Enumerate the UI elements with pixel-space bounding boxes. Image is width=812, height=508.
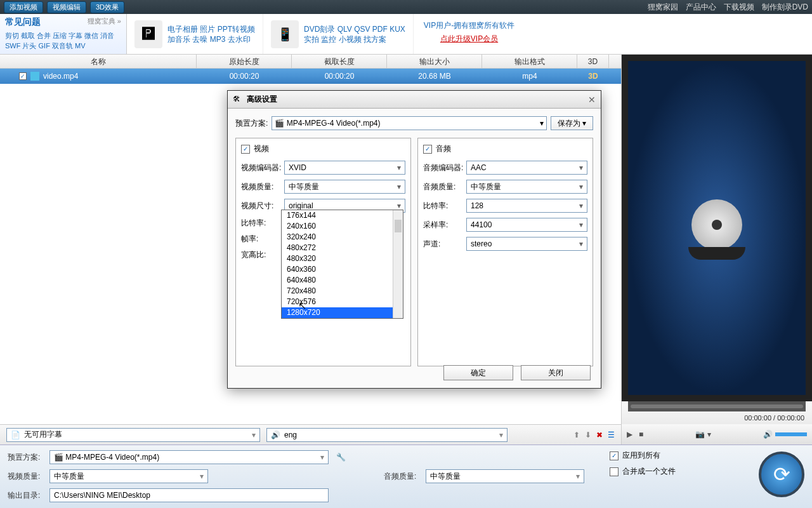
dialog-titlebar[interactable]: 🛠 高级设置 ✕ [228, 91, 601, 109]
move-down-icon[interactable]: ⬇ [585, 431, 591, 439]
col-name[interactable]: 名称 [0, 55, 197, 68]
file-row[interactable]: ✓video.mp4 00:00:20 00:00:20 20.68 MB mp… [0, 69, 621, 84]
audio-quality-select[interactable]: 中等质量▾ [466, 180, 587, 194]
link-download[interactable]: 下载视频 [724, 2, 754, 13]
col-cut[interactable]: 截取长度 [292, 55, 387, 68]
subtitle-icon: 📄 [11, 431, 20, 439]
video-file-icon [30, 72, 39, 81]
volume-icon[interactable]: 🔊 [763, 430, 773, 439]
preview-pane: 00:00:00 / 00:00:00 ▶ ■ 📷 ▾ 🔊 [622, 55, 812, 444]
video-size-dropdown[interactable]: 176x144240x160320x240480x272480x320640x3… [281, 210, 403, 319]
audio-bitrate-select[interactable]: 128▾ [466, 199, 587, 213]
bottom-panel: 预置方案: 🎬 MP4-MPEG-4 Video(*.mp4)▾ 🔧 视频质量:… [0, 444, 812, 508]
aqual-select[interactable]: 中等质量▾ [426, 469, 584, 483]
subtitle-select[interactable]: 📄无可用字幕▾ [6, 428, 260, 442]
preview-image [628, 61, 806, 395]
vqual-label: 视频质量: [8, 471, 46, 482]
size-option[interactable]: 720x480 [282, 286, 403, 297]
col-orig[interactable]: 原始长度 [197, 55, 292, 68]
mp4-icon: 🎬 [54, 453, 63, 462]
faq-title: 常见问题 [5, 17, 41, 27]
save-as-button[interactable]: 保存为 ▾ [551, 116, 593, 130]
audio-icon: 🔊 [271, 431, 280, 439]
film-reel-icon [688, 199, 745, 257]
row-checkbox[interactable]: ✓ [19, 72, 27, 80]
ok-button[interactable]: 确定 [443, 365, 513, 380]
audio-channel-select[interactable]: stereo▾ [466, 237, 587, 251]
move-up-icon[interactable]: ⬆ [573, 431, 580, 439]
preset-label: 预置方案: [235, 118, 268, 129]
add-video-button[interactable]: 添加视频 [4, 1, 43, 13]
size-option[interactable]: 1280x720 [282, 307, 403, 318]
row-3d-icon[interactable]: 3D [577, 72, 609, 81]
col-size[interactable]: 输出大小 [387, 55, 482, 68]
close-icon[interactable]: ✕ [588, 95, 596, 105]
output-label: 输出目录: [8, 490, 46, 501]
link-dvd[interactable]: 制作刻录DVD [762, 2, 808, 13]
aqual-label: 音频质量: [384, 471, 422, 482]
faq-tags[interactable]: 剪切 截取 合并 压缩 字幕 微信 消音 SWF 片头 GIF 双音轨 MV [5, 30, 121, 51]
stop-button[interactable]: ■ [639, 430, 643, 439]
play-button[interactable]: ▶ [627, 430, 632, 439]
dropdown-arrow-icon: ▾ [499, 431, 503, 439]
preset-select[interactable]: 🎬 MP4-MPEG-4 Video(*.mp4)▾ [49, 450, 329, 464]
dialog-title: 高级设置 [247, 94, 277, 105]
size-option[interactable]: 176x144 [282, 210, 403, 221]
vip-promo[interactable]: VIP用户-拥有狸窝所有软件 点此升级VIP会员 [414, 14, 525, 54]
promo-cell-1[interactable]: 🅿 电子相册 照片 PPT转视频 加音乐 去噪 MP3 去水印 [127, 14, 263, 54]
volume-slider[interactable] [775, 432, 807, 436]
dropdown-arrow-icon: ▾ [252, 431, 256, 439]
audio-panel: ✓音频 音频编码器:AAC▾ 音频质量:中等质量▾ 比特率:128▾ 采样率:4… [417, 138, 593, 366]
output-path[interactable]: C:\Users\NING MEI\Desktop [49, 488, 329, 502]
promo-cell-2[interactable]: 📱 DVD刻录 QLV QSV PDF KUX 实拍 监控 小视频 找方案 [263, 14, 414, 54]
size-option[interactable]: 480x272 [282, 243, 403, 253]
column-headers: 名称 原始长度 截取长度 输出大小 输出格式 3D [0, 55, 621, 69]
ppt-icon: 🅿 [134, 20, 162, 48]
faq-sub[interactable]: 狸窝宝典 » [88, 17, 121, 26]
convert-button[interactable]: ⟳ [759, 451, 804, 497]
mp4-icon: 🎬 [275, 119, 284, 128]
audio-track-select[interactable]: 🔊eng▾ [266, 428, 508, 442]
video-enable-checkbox[interactable]: ✓ [241, 145, 250, 154]
top-toolbar: 添加视频 视频编辑 3D效果 狸窝家园 产品中心 下载视频 制作刻录DVD [0, 0, 812, 14]
preset-label: 预置方案: [8, 452, 46, 463]
apply-all-checkbox[interactable]: ✓ [610, 451, 619, 460]
col-3d[interactable]: 3D [577, 55, 609, 68]
size-option[interactable]: 240x160 [282, 221, 403, 232]
settings-icon[interactable]: 🔧 [336, 453, 346, 462]
link-products[interactable]: 产品中心 [686, 2, 716, 13]
cancel-button[interactable]: 关闭 [521, 365, 591, 380]
settings-icon: 🛠 [233, 95, 243, 105]
vqual-select[interactable]: 中等质量▾ [49, 469, 208, 483]
edit-video-button[interactable]: 视频编辑 [47, 1, 86, 13]
audio-enable-checkbox[interactable]: ✓ [423, 145, 432, 154]
apply-all-row[interactable]: ✓应用到所有 [610, 450, 676, 461]
scrub-bar[interactable] [628, 401, 806, 411]
link-home[interactable]: 狸窝家园 [648, 2, 678, 13]
upgrade-link[interactable]: 点此升级VIP会员 [424, 34, 514, 44]
3d-effect-button[interactable]: 3D效果 [90, 1, 124, 13]
audio-samplerate-select[interactable]: 44100▾ [466, 218, 587, 232]
merge-row[interactable]: 合并成一个文件 [610, 466, 676, 477]
phone-icon: 📱 [271, 20, 299, 48]
col-fmt[interactable]: 输出格式 [482, 55, 577, 68]
faq-panel[interactable]: 常见问题 狸窝宝典 » 剪切 截取 合并 压缩 字幕 微信 消音 SWF 片头 … [0, 14, 127, 54]
audio-codec-select[interactable]: AAC▾ [466, 161, 587, 175]
promo-bar: 常见问题 狸窝宝典 » 剪切 截取 合并 压缩 字幕 微信 消音 SWF 片头 … [0, 14, 812, 55]
size-option[interactable]: 320x240 [282, 232, 403, 243]
subtitle-bar: 📄无可用字幕▾ 🔊eng▾ ⬆ ⬇ ✖ ☰ [0, 424, 621, 444]
scrollbar[interactable] [393, 210, 403, 318]
size-option[interactable]: 720x576 [282, 297, 403, 307]
time-display: 00:00:00 / 00:00:00 [622, 411, 812, 424]
video-quality-select[interactable]: 中等质量▾ [284, 180, 405, 194]
list-icon[interactable]: ☰ [608, 431, 615, 439]
snapshot-button[interactable]: 📷 ▾ [695, 430, 710, 439]
merge-checkbox[interactable] [610, 467, 619, 476]
size-option[interactable]: 640x360 [282, 264, 403, 275]
video-codec-select[interactable]: XVID▾ [284, 161, 405, 175]
dialog-preset-select[interactable]: 🎬 MP4-MPEG-4 Video(*.mp4)▾ [272, 116, 546, 130]
size-option[interactable]: 480x320 [282, 253, 403, 264]
delete-icon[interactable]: ✖ [596, 431, 603, 439]
size-option[interactable]: 640x480 [282, 275, 403, 286]
